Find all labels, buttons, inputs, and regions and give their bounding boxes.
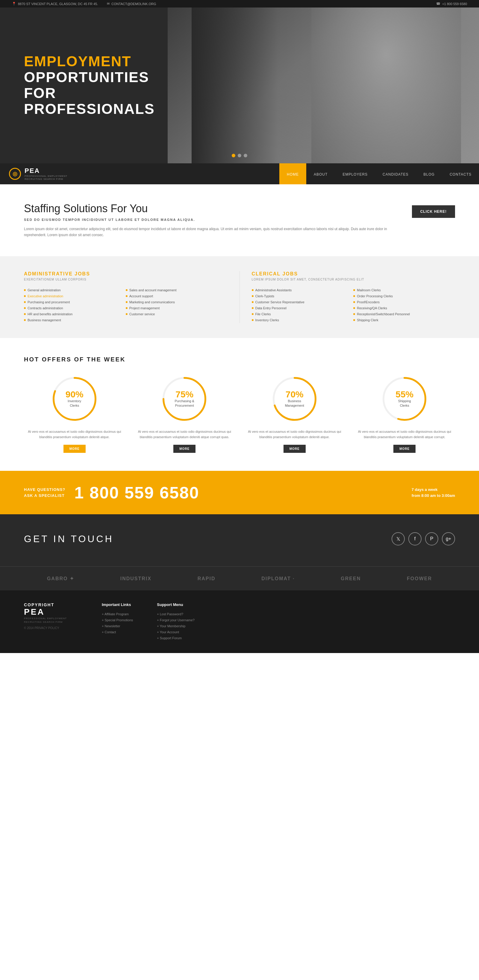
- footer-support-membership[interactable]: Your Membership: [157, 623, 195, 629]
- list-item[interactable]: Marketing and communications: [126, 299, 227, 305]
- twitter-icon[interactable]: 𝕏: [392, 532, 405, 546]
- partner-rapid: RAPID: [198, 576, 216, 581]
- offer-more-btn-2[interactable]: MORE: [173, 445, 195, 453]
- footer-link-affiliate[interactable]: Affiliate Program: [102, 611, 133, 617]
- hot-offers-title: HOT OFFERS OF THE WEEK: [24, 356, 455, 363]
- admin-jobs-subtitle: EXERCITATIONEM ULLAM CORPORIS: [24, 278, 227, 281]
- footer-support-account[interactable]: Your Account: [157, 629, 195, 635]
- cta-phone[interactable]: 1 800 559 6580: [74, 483, 402, 502]
- list-item[interactable]: Business management: [24, 317, 126, 323]
- offer-card-2: 75% Purchasing &Procurement At vero eos …: [134, 375, 235, 453]
- list-item[interactable]: General administration: [24, 287, 126, 293]
- offer-card-4: 55% ShippingClerks At vero eos et accusa…: [354, 375, 455, 453]
- list-item[interactable]: Order Processing Clerks: [353, 293, 455, 299]
- circle-pct-2: 75%: [175, 390, 194, 399]
- nav-links: HOME ABOUT EMPLOYERS CANDIDATES BLOG CON…: [279, 163, 479, 184]
- list-item[interactable]: Purchasing and procurement: [24, 299, 126, 305]
- cta-left-text: HAVE QUESTIONS? ASK A SPECIALIST: [24, 487, 65, 498]
- list-item[interactable]: Customer Service Representative: [252, 299, 354, 305]
- list-item[interactable]: Administrative Assistants: [252, 287, 354, 293]
- hero-title-line3: FOR PROFESSIONALS: [24, 85, 155, 117]
- list-item[interactable]: Sales and account management: [126, 287, 227, 293]
- list-item[interactable]: Mailroom Clerks: [353, 287, 455, 293]
- footer-link-contact[interactable]: Contact: [102, 629, 133, 635]
- list-item[interactable]: Executive administration: [24, 293, 126, 299]
- footer-link-newsletter[interactable]: Newsletter: [102, 623, 133, 629]
- offer-more-btn-4[interactable]: MORE: [393, 445, 416, 453]
- nav-home[interactable]: HOME: [279, 163, 306, 184]
- staffing-content: Staffing Solutions For You SED DO EIUSMO…: [24, 202, 400, 238]
- offer-card-1: 90% InventoryClerks At vero eos et accus…: [24, 375, 125, 453]
- list-item[interactable]: Shipping Clerk: [353, 317, 455, 323]
- footer-support-forum[interactable]: Support Forum: [157, 635, 195, 641]
- list-item[interactable]: Data Entry Personnel: [252, 305, 354, 311]
- hero-dot-1[interactable]: [232, 154, 235, 158]
- nav-contacts[interactable]: CONTACTS: [442, 163, 479, 184]
- circle-1: 90% InventoryClerks: [51, 375, 98, 423]
- footer-support-lost-pw[interactable]: Lost Password?: [157, 611, 195, 617]
- list-item[interactable]: Inventory Clerks: [252, 317, 354, 323]
- circle-pct-3: 70%: [285, 390, 304, 399]
- hero-dot-3[interactable]: [244, 154, 247, 158]
- footer-links-list: Affiliate Program Special Promotions New…: [102, 611, 133, 635]
- staffing-section: Staffing Solutions For You SED DO EIUSMO…: [0, 184, 479, 256]
- click-here-button[interactable]: CLICK HERE!: [412, 205, 455, 218]
- circle-label-4: ShippingClerks: [395, 399, 414, 407]
- list-item[interactable]: Project management: [126, 305, 227, 311]
- logo-text-group: PEA PROFESSIONAL EMPLOYMENTRECRUITING SE…: [25, 167, 67, 181]
- hero-title-line2: OPPORTUNITIES: [24, 69, 149, 85]
- email-icon: ✉: [107, 2, 109, 6]
- circle-label-1: InventoryClerks: [65, 399, 84, 407]
- circle-content-1: 90% InventoryClerks: [65, 390, 84, 407]
- footer-support-list: Lost Password? Forgot your Username? You…: [157, 611, 195, 641]
- list-item[interactable]: Clerk-Typists: [252, 293, 354, 299]
- clerical-jobs-list1: Administrative Assistants Clerk-Typists …: [252, 287, 354, 323]
- email-item: ✉ CONTACT@DEMOLINK.ORG: [107, 2, 156, 6]
- partner-diplomat: DIPLOMAT ·: [261, 576, 295, 581]
- hero-dot-2[interactable]: [238, 154, 241, 158]
- circle-pct-4: 55%: [395, 390, 414, 399]
- list-item[interactable]: File Clerks: [252, 311, 354, 317]
- offer-text-3: At vero eos et accusamus et iusto odio d…: [244, 429, 345, 440]
- list-item[interactable]: Account support: [126, 293, 227, 299]
- staffing-body: Lorem ipsum dolor sit amet, consectetur …: [24, 226, 400, 238]
- clerical-jobs-title: CLERICAL JOBS: [252, 271, 455, 277]
- circle-content-4: 55% ShippingClerks: [395, 390, 414, 407]
- offer-more-btn-3[interactable]: MORE: [284, 445, 306, 453]
- footer-copyright: COPYRIGHT: [24, 602, 78, 607]
- list-item[interactable]: HR and benefits administration: [24, 311, 126, 317]
- list-item[interactable]: Contracts administration: [24, 305, 126, 311]
- googleplus-icon[interactable]: g+: [442, 532, 455, 546]
- list-item[interactable]: Receiving/QA Clerks: [353, 305, 455, 311]
- nav-employers[interactable]: EMPLOYERS: [335, 163, 375, 184]
- footer-support-menu: Support Menu Lost Password? Forgot your …: [157, 602, 195, 641]
- clerical-jobs-col: CLERICAL JOBS LOREM IPSUM DOLOR SIT AMET…: [240, 271, 455, 323]
- logo-name: PEA: [25, 167, 67, 175]
- circle-label-2: Purchasing &Procurement: [175, 399, 194, 407]
- clerical-jobs-subtitle: LOREM IPSUM DOLOR SIT AMET, CONSECTETUR …: [252, 278, 455, 281]
- staffing-subtitle: SED DO EIUSMOD TEMPOR INCIDIDUNT UT LABO…: [24, 218, 400, 221]
- top-bar: 📍 8870 ST VINCENT PLACE, GLASGOW, DC 45 …: [0, 0, 479, 8]
- offer-more-btn-1[interactable]: MORE: [63, 445, 86, 453]
- nav-logo: ◎ PEA PROFESSIONAL EMPLOYMENTRECRUITING …: [0, 163, 76, 184]
- list-item[interactable]: Receptionist/Switchboard Personnel: [353, 311, 455, 317]
- hot-offers-section: HOT OFFERS OF THE WEEK 90% InventoryCler…: [0, 338, 479, 471]
- partner-gabro: GABRO ✦: [47, 576, 74, 581]
- footer-link-promotions[interactable]: Special Promotions: [102, 617, 133, 623]
- nav-blog[interactable]: BLOG: [416, 163, 442, 184]
- pinterest-icon[interactable]: P: [425, 532, 438, 546]
- logo-icon: ◎: [9, 168, 21, 180]
- list-item[interactable]: Proof/Encoders: [353, 299, 455, 305]
- footer-year: © 2014 PRIVACY POLICY: [24, 626, 78, 630]
- nav-candidates[interactable]: CANDIDATES: [375, 163, 416, 184]
- nav-about[interactable]: ABOUT: [306, 163, 335, 184]
- facebook-icon[interactable]: f: [408, 532, 422, 546]
- offer-text-1: At vero eos et accusamus et iusto odio d…: [24, 429, 125, 440]
- footer-brand-sub: PROFESSIONAL EMPLOYMENTRECRUITING SEARCH…: [24, 617, 78, 624]
- staffing-cta: CLICK HERE!: [412, 202, 455, 218]
- list-item[interactable]: Customer service: [126, 311, 227, 317]
- footer: COPYRIGHT PEA PROFESSIONAL EMPLOYMENTREC…: [0, 590, 479, 653]
- hero-dots[interactable]: [232, 154, 247, 158]
- footer-support-forgot-username[interactable]: Forgot your Username?: [157, 617, 195, 623]
- logo-subtitle: PROFESSIONAL EMPLOYMENTRECRUITING SEARCH…: [25, 175, 67, 181]
